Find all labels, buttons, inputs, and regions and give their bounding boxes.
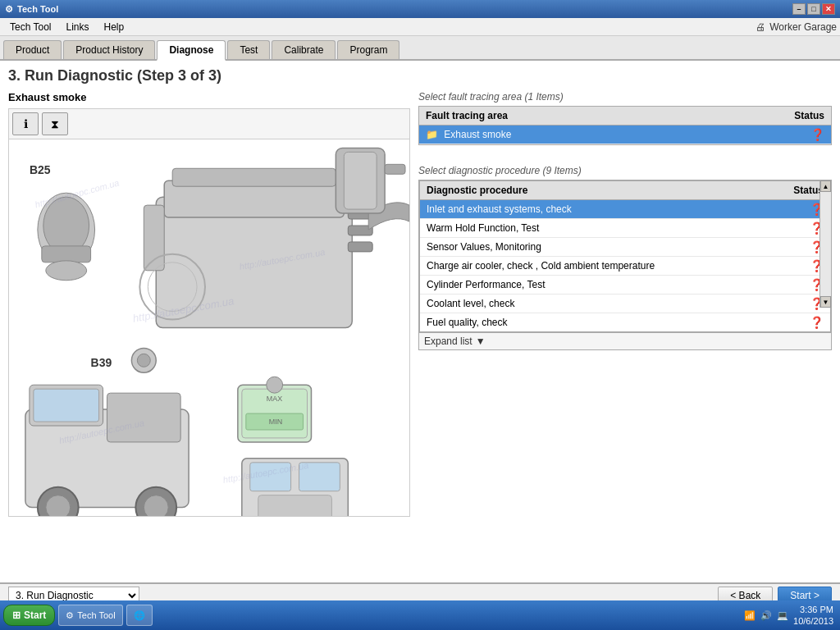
svg-rect-22 bbox=[34, 389, 99, 422]
svg-point-2 bbox=[43, 197, 89, 254]
maximize-button[interactable]: □ bbox=[807, 3, 820, 15]
fault-tracing-section: Select fault tracing area (1 Items) Faul… bbox=[418, 91, 832, 145]
fault-row-1[interactable]: 📁 Exhaust smoke ❓ bbox=[419, 126, 831, 144]
network-icon: 📶 bbox=[744, 610, 756, 621]
browser-icon: 🌐 bbox=[134, 610, 145, 621]
diag-procedure-2: Warm Hold Function, Test bbox=[420, 219, 787, 238]
diagram-title: Exhaust smoke bbox=[8, 91, 410, 103]
taskbar-app-techtool[interactable]: ⚙ Tech Tool bbox=[58, 605, 122, 626]
diagram-toolbar: ℹ ⧗ bbox=[8, 108, 410, 139]
diag-status-8: ❓ bbox=[787, 332, 830, 333]
status-icon: ❓ bbox=[810, 128, 824, 141]
diag-procedure-3: Sensor Values, Monitoring bbox=[420, 238, 787, 257]
diag-row-7[interactable]: Fuel quality, check ❓ bbox=[420, 313, 830, 332]
menu-techtool[interactable]: Tech Tool bbox=[3, 20, 57, 34]
nav-tabs: Product Product History Diagnose Test Ca… bbox=[0, 36, 840, 61]
svg-point-4 bbox=[46, 261, 87, 281]
svg-text:B25: B25 bbox=[30, 163, 51, 176]
taskbar-app-browser[interactable]: 🌐 bbox=[126, 605, 153, 626]
content-area: Exhaust smoke ℹ ⧗ http://autoepc.com.ua … bbox=[8, 91, 832, 576]
volume-icon: 🔊 bbox=[760, 610, 772, 621]
menu-bar: Tech Tool Links Help 🖨 Worker Garage bbox=[0, 18, 840, 36]
diag-row-1[interactable]: Inlet and exhaust systems, check ❓ bbox=[420, 200, 830, 219]
svg-rect-36 bbox=[299, 463, 340, 491]
time-display: 3:36 PM 10/6/2013 bbox=[793, 604, 833, 628]
diag-procedure-4: Charge air cooler, check , Cold ambient … bbox=[420, 257, 787, 276]
minimize-button[interactable]: – bbox=[792, 3, 806, 15]
chevron-down-icon: ▼ bbox=[476, 336, 486, 347]
svg-point-24 bbox=[46, 495, 71, 516]
diag-procedure-7: Fuel quality, check bbox=[420, 313, 787, 332]
scroll-up[interactable]: ▲ bbox=[820, 180, 831, 192]
time: 3:36 PM bbox=[793, 604, 833, 615]
fault-col-status: Status bbox=[788, 107, 831, 126]
svg-text:B39: B39 bbox=[91, 356, 112, 369]
diagnostic-procedure-table: Diagnostic procedure Status Inlet and ex… bbox=[420, 181, 830, 332]
worker-icon: 🖨 bbox=[756, 21, 765, 33]
title-bar: ⚙ Tech Tool – □ ✕ bbox=[0, 0, 840, 18]
svg-rect-27 bbox=[107, 393, 181, 442]
menu-links[interactable]: Links bbox=[59, 20, 95, 34]
tab-test[interactable]: Test bbox=[227, 40, 270, 59]
system-icon: 💻 bbox=[777, 610, 788, 621]
app-icon-taskbar: ⚙ bbox=[66, 610, 74, 621]
scroll-bar[interactable]: ▲ ▼ bbox=[819, 180, 831, 308]
diag-col-procedure: Diagnostic procedure bbox=[420, 181, 787, 200]
diag-row-8[interactable]: Carbon monoxide in coolant, check ❓ bbox=[420, 332, 830, 333]
svg-rect-16 bbox=[385, 164, 405, 174]
fault-status-cell: ❓ bbox=[788, 126, 831, 144]
diagnostic-procedure-scroll[interactable]: Diagnostic procedure Status Inlet and ex… bbox=[419, 180, 831, 332]
svg-text:MIN: MIN bbox=[269, 418, 282, 426]
menu-help[interactable]: Help bbox=[98, 20, 131, 34]
diag-procedure-5: Cylinder Performance, Test bbox=[420, 276, 787, 294]
tab-program[interactable]: Program bbox=[337, 40, 399, 59]
svg-point-26 bbox=[144, 495, 168, 516]
svg-rect-7 bbox=[172, 168, 336, 186]
svg-rect-3 bbox=[42, 246, 91, 262]
tab-calibrate[interactable]: Calibrate bbox=[272, 40, 336, 59]
svg-rect-35 bbox=[250, 463, 291, 491]
svg-rect-37 bbox=[258, 495, 332, 516]
diag-row-4[interactable]: Charge air cooler, check , Cold ambient … bbox=[420, 257, 830, 276]
diag-row-3[interactable]: Sensor Values, Monitoring ❓ bbox=[420, 238, 830, 257]
date: 10/6/2013 bbox=[793, 615, 833, 627]
fault-tracing-header: Select fault tracing area (1 Items) bbox=[418, 91, 832, 103]
tab-product-history[interactable]: Product History bbox=[63, 40, 155, 59]
app-icon: ⚙ bbox=[5, 4, 13, 15]
svg-rect-15 bbox=[344, 152, 377, 209]
svg-point-33 bbox=[267, 377, 283, 393]
diagnostic-procedure-table-outer: Diagnostic procedure Status Inlet and ex… bbox=[418, 180, 832, 333]
page-title: 3. Run Diagnostic (Step 3 of 3) bbox=[8, 67, 832, 84]
info-button[interactable]: ℹ bbox=[12, 112, 39, 135]
folder-icon: 📁 bbox=[426, 129, 438, 140]
expand-list-button[interactable]: Expand list ▼ bbox=[418, 333, 832, 350]
svg-rect-11 bbox=[348, 242, 372, 252]
diag-row-2[interactable]: Warm Hold Function, Test ❓ bbox=[420, 219, 830, 238]
start-button-taskbar[interactable]: ⊞ Start bbox=[3, 605, 55, 626]
taskbar: ⊞ Start ⚙ Tech Tool 🌐 📶 🔊 💻 3:36 PM 10/6… bbox=[0, 600, 840, 630]
diag-procedure-1: Inlet and exhaust systems, check bbox=[420, 200, 787, 219]
close-button[interactable]: ✕ bbox=[822, 3, 835, 15]
filter-button[interactable]: ⧗ bbox=[42, 112, 68, 135]
engine-diagram: B25 bbox=[9, 139, 409, 516]
diag-procedure-6: Coolant level, check bbox=[420, 294, 787, 313]
fault-tracing-table: Fault tracing area Status 📁 Exhaust smok… bbox=[419, 107, 831, 144]
svg-point-19 bbox=[137, 354, 150, 367]
diagnostic-procedure-section: Select diagnostic procedure (9 Items) Di… bbox=[418, 165, 832, 576]
diagnostic-procedure-header: Select diagnostic procedure (9 Items) bbox=[418, 165, 832, 176]
tab-product[interactable]: Product bbox=[3, 40, 62, 59]
diag-status-7: ❓ bbox=[787, 313, 830, 332]
diag-row-5[interactable]: Cylinder Performance, Test ❓ bbox=[420, 276, 830, 294]
status-icon-7: ❓ bbox=[810, 316, 824, 329]
diag-procedure-8: Carbon monoxide in coolant, check bbox=[420, 332, 787, 333]
worker-label: Worker Garage bbox=[769, 21, 837, 33]
left-panel: Exhaust smoke ℹ ⧗ http://autoepc.com.ua … bbox=[8, 91, 410, 576]
scroll-down[interactable]: ▼ bbox=[820, 296, 831, 308]
svg-text:MAX: MAX bbox=[267, 395, 282, 403]
tab-diagnose[interactable]: Diagnose bbox=[157, 40, 226, 61]
windows-icon: ⊞ bbox=[12, 609, 21, 621]
taskbar-right: 📶 🔊 💻 3:36 PM 10/6/2013 bbox=[744, 604, 837, 628]
diag-row-6[interactable]: Coolant level, check ❓ bbox=[420, 294, 830, 313]
fault-area-cell: 📁 Exhaust smoke bbox=[419, 126, 788, 144]
fault-col-area: Fault tracing area bbox=[419, 107, 788, 126]
